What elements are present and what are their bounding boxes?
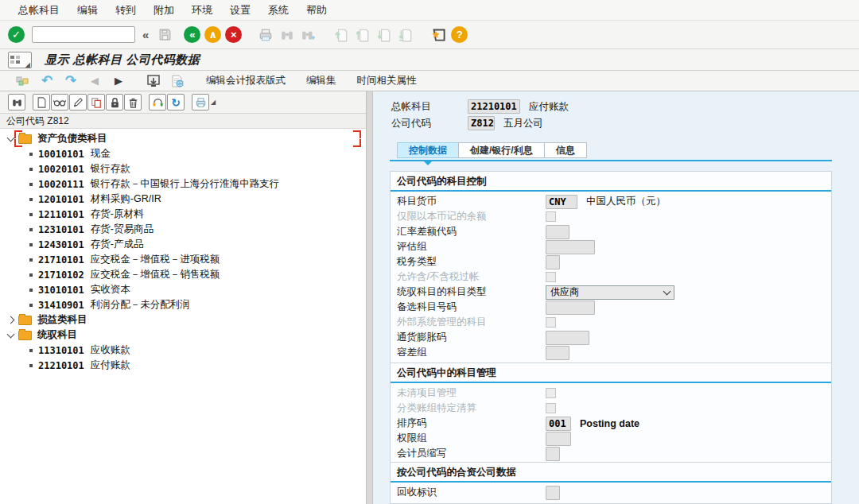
menu-gl-account[interactable]: 总帐科目 [10,3,68,17]
tree-item-account[interactable]: 21710101 应交税金－增值税－进项税额 [0,252,366,267]
company-code-field[interactable]: Z812 [468,116,495,130]
tree-refresh-button[interactable]: ↻ [167,94,185,110]
tree-display-button[interactable] [51,94,68,110]
tax-category-field[interactable] [546,255,560,269]
tree-item-account[interactable]: 10020101 银行存款 [0,161,366,176]
tree-item-account[interactable]: 12310101 存货-贸易商品 [0,222,366,237]
sort-key-field[interactable]: 001 [546,417,571,431]
print-icon[interactable] [257,26,274,44]
next-item-icon[interactable]: ▶ [107,72,130,90]
sort-key-desc: Posting date [580,418,639,429]
form-row: 回收标识 [391,485,831,500]
tab-information[interactable]: 信息 [544,142,587,158]
collapse-node-icon[interactable] [7,331,15,339]
new-session-icon[interactable] [430,26,447,44]
previous-page-icon[interactable] [354,26,371,44]
tree-copy-button[interactable] [87,94,105,110]
account-code: 10010101 [38,149,84,160]
account-code: 12310101 [38,224,84,235]
previous-item-icon[interactable]: ◀ [83,72,107,90]
tree-item-account[interactable]: 10020111 银行存款－中国银行上海分行淮海中路支行 [0,176,366,192]
menu-extras[interactable]: 附加 [145,3,183,17]
tree-change-button[interactable] [69,94,87,110]
menu-settings[interactable]: 设置 [221,3,259,17]
alternative-account-field[interactable] [546,300,595,315]
group-account-management: 公司代码中的科目管理 未清项目管理 分类账组特定清算 排序码 001 Posti… [390,362,832,465]
last-page-icon[interactable] [397,26,414,44]
authorization-group-field[interactable] [546,432,571,446]
gui-screen-menu-icon[interactable]: ◢ [8,52,32,68]
tree-item-account[interactable]: 31010101 实收资本 [0,282,366,297]
tree-item-account[interactable]: 31410901 利润分配－未分配利润 [0,297,366,312]
tree-find-button[interactable] [8,94,25,110]
inflation-key-field[interactable] [546,331,589,345]
tree-block-button[interactable] [106,94,123,110]
menu-goto[interactable]: 转到 [107,3,145,17]
tree-item-account[interactable]: 10010101 现金 [0,146,366,161]
redo-icon[interactable]: ↷ [59,72,83,90]
group-account-control: 公司代码的科目控制 科目货币 CNY 中国人民币（元） 仅限以本币记的余额 汇率… [390,171,832,364]
edit-set-button[interactable]: 编辑集 [296,74,347,87]
exchange-rate-diff-field[interactable] [546,225,569,239]
company-code-label: 公司代码 [391,117,468,130]
transfer-icon[interactable] [142,72,165,90]
gl-account-row: 总帐科目 21210101 应付账款 [391,99,569,114]
recovery-indicator-field[interactable] [546,486,560,500]
tree-item-account[interactable]: 21710102 应交税金－增值税－销售税额 [0,267,366,282]
tree-folder-recon-accounts[interactable]: 统驭科目 [0,328,366,343]
tree-item-account[interactable]: 12430101 存货-产成品 [0,237,366,252]
tree-delete-button[interactable] [124,94,142,110]
bullet-icon [29,304,33,307]
collapse-command-icon[interactable]: « [139,28,152,41]
form-row: 权限组 [391,431,831,446]
menu-environment[interactable]: 环境 [183,3,221,17]
tab-control-data[interactable]: 控制数据 [397,142,459,158]
command-field[interactable] [32,26,135,43]
hierarchy-icon[interactable] [11,72,35,90]
exit-button[interactable]: ∧ [204,26,221,43]
panel-splitter[interactable] [366,91,373,504]
edit-financial-statement-button[interactable]: 编辑会计报表版式 [196,74,296,87]
tree-print-caret-icon[interactable]: ◢ [211,99,216,106]
recon-account-type-select[interactable]: 供应商 [546,285,674,300]
tree-folder-pl-accounts[interactable]: 损益类科目 [0,312,366,328]
menu-edit[interactable]: 编辑 [68,3,107,17]
tab-create-bank-interest[interactable]: 创建/银行/利息 [458,142,545,158]
find-icon[interactable] [278,26,296,44]
field-label: 容差组 [397,346,546,359]
cancel-button[interactable]: × [225,26,242,43]
valuation-group-field[interactable] [546,240,595,254]
enter-button[interactable]: ✓ [8,26,25,43]
tree-item-account[interactable]: 21210101 应付账款 [0,358,366,373]
first-page-icon[interactable] [332,26,350,44]
next-page-icon[interactable] [375,26,393,44]
tree-folder-balance-sheet[interactable]: 资产负债类科目 [0,131,366,146]
account-name: 应付账款 [91,359,130,372]
tree-print-button[interactable] [192,94,209,110]
tree-item-account[interactable]: 11310101 应收账款 [0,343,366,358]
expand-node-icon[interactable] [7,316,15,324]
time-dependent-attributes-button[interactable]: 时间相关属性 [347,74,427,87]
report-layout-icon[interactable] [165,72,189,90]
account-name: 存货-原材料 [91,207,144,221]
account-name: 银行存款 [91,162,130,176]
tolerance-group-field[interactable] [546,346,569,360]
save-icon[interactable] [156,26,173,44]
tree-assign-button[interactable] [149,94,166,110]
bullet-icon [29,183,33,186]
accountant-field[interactable] [546,447,560,461]
tree-create-button[interactable] [33,94,50,110]
undo-icon[interactable]: ↶ [35,72,59,90]
collapse-node-icon[interactable] [7,134,15,142]
menu-system[interactable]: 系统 [259,3,297,17]
menu-help[interactable]: 帮助 [297,3,336,17]
tree-item-account[interactable]: 12010101 材料采购-GR/IR [0,192,366,207]
account-name: 存货-贸易商品 [91,223,154,236]
find-next-icon[interactable] [300,26,317,44]
back-button[interactable]: « [184,26,200,43]
account-currency-field[interactable]: CNY [546,195,577,209]
tree-item-account[interactable]: 12110101 存货-原材料 [0,207,366,222]
help-button[interactable]: ? [451,26,468,43]
field-label: 备选科目号码 [397,300,546,314]
gl-account-field[interactable]: 21210101 [468,99,520,114]
